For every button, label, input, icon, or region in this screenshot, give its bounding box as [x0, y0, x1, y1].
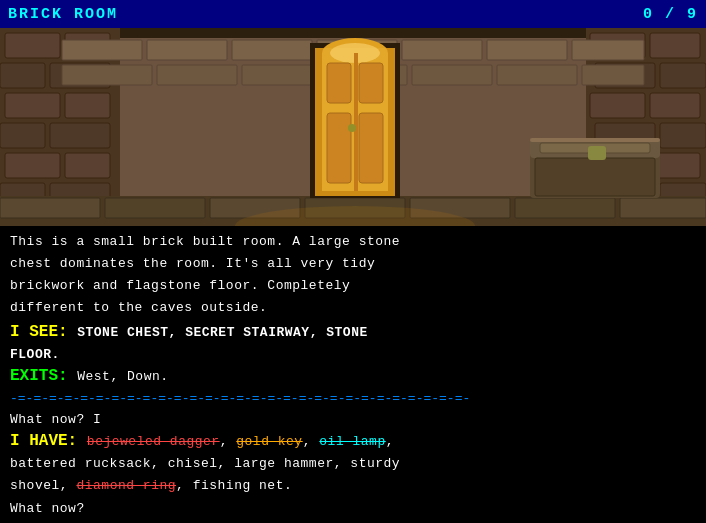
svg-rect-43 — [412, 65, 492, 85]
svg-rect-22 — [590, 93, 645, 118]
svg-rect-44 — [497, 65, 577, 85]
i-have-items: bejeweled dagger, gold key, oil lamp, — [87, 434, 394, 449]
prompt1-text: What now? I — [10, 412, 101, 427]
game-scene — [0, 28, 706, 226]
svg-rect-34 — [232, 40, 312, 60]
svg-rect-70 — [588, 146, 606, 160]
i-have-items3: shovel, diamond ring, fishing net. — [10, 478, 292, 493]
titlebar: BRICK ROOM 0 / 9 — [0, 0, 706, 28]
description-line3: brickwork and flagstone floor. Completel… — [10, 276, 696, 296]
svg-rect-53 — [620, 198, 706, 218]
svg-rect-48 — [105, 198, 205, 218]
prompt2-text: What now? — [10, 501, 85, 516]
prompt2-line: What now? — [10, 499, 696, 519]
score: 0 / 9 — [643, 6, 698, 23]
svg-rect-23 — [650, 93, 700, 118]
svg-rect-65 — [315, 48, 395, 196]
exits-line: EXITS: West, Down. — [10, 367, 696, 387]
i-see-label: I SEE: — [10, 323, 68, 341]
svg-rect-36 — [402, 40, 482, 60]
svg-rect-5 — [0, 63, 45, 88]
svg-rect-3 — [5, 33, 60, 58]
svg-rect-38 — [572, 40, 644, 60]
desc-text-1: This is a small brick built room. A larg… — [10, 234, 400, 249]
i-see-line2: FLOOR. — [10, 345, 696, 365]
svg-rect-9 — [0, 123, 45, 148]
divider: -=-=-=-=-=-=-=-=-=-=-=-=-=-=-=-=-=-=-=-=… — [10, 391, 696, 406]
i-have-items2: battered rucksack, chisel, large hammer,… — [10, 456, 400, 471]
svg-rect-32 — [62, 40, 142, 60]
app: BRICK ROOM 0 / 9 — [0, 0, 706, 523]
desc-text-3: brickwork and flagstone floor. Completel… — [10, 278, 350, 293]
oil-lamp: oil lamp — [319, 434, 385, 449]
i-have-line: I HAVE: bejeweled dagger, gold key, oil … — [10, 432, 696, 452]
i-have-line3: shovel, diamond ring, fishing net. — [10, 476, 696, 496]
description-line2: chest dominates the room. It's all very … — [10, 254, 696, 274]
text-area: This is a small brick built room. A larg… — [0, 226, 706, 523]
svg-rect-33 — [147, 40, 227, 60]
svg-rect-40 — [157, 65, 237, 85]
svg-rect-37 — [487, 40, 567, 60]
svg-rect-47 — [0, 198, 100, 218]
svg-rect-71 — [530, 138, 660, 142]
svg-rect-19 — [650, 33, 700, 58]
svg-rect-11 — [5, 153, 60, 178]
room-title: BRICK ROOM — [8, 6, 118, 23]
svg-rect-12 — [65, 153, 110, 178]
svg-rect-39 — [62, 65, 152, 85]
svg-rect-25 — [660, 123, 706, 148]
svg-rect-45 — [582, 65, 644, 85]
diamond-ring: diamond ring — [76, 478, 176, 493]
description-line1: This is a small brick built room. A larg… — [10, 232, 696, 252]
gold-key: gold key — [236, 434, 302, 449]
desc-text-2: chest dominates the room. It's all very … — [10, 256, 375, 271]
i-have-line2: battered rucksack, chisel, large hammer,… — [10, 454, 696, 474]
description-line4: different to the caves outside. — [10, 298, 696, 318]
svg-rect-10 — [50, 123, 110, 148]
i-see-line: I SEE: STONE CHEST, SECRET STAIRWAY, STO… — [10, 323, 696, 343]
i-see-items2: FLOOR. — [10, 347, 60, 362]
i-have-label: I HAVE: — [10, 432, 77, 450]
svg-rect-7 — [5, 93, 60, 118]
i-see-items: STONE CHEST, SECRET STAIRWAY, STONE — [77, 325, 368, 340]
desc-text-4: different to the caves outside. — [10, 300, 267, 315]
svg-rect-8 — [65, 93, 110, 118]
svg-rect-52 — [515, 198, 615, 218]
svg-rect-69 — [535, 158, 655, 196]
exits-label: EXITS: — [10, 367, 68, 385]
svg-rect-21 — [660, 63, 706, 88]
prompt1-line: What now? I — [10, 410, 696, 430]
bejeweled-dagger: bejeweled dagger — [87, 434, 220, 449]
exits-text: West, Down. — [77, 369, 168, 384]
